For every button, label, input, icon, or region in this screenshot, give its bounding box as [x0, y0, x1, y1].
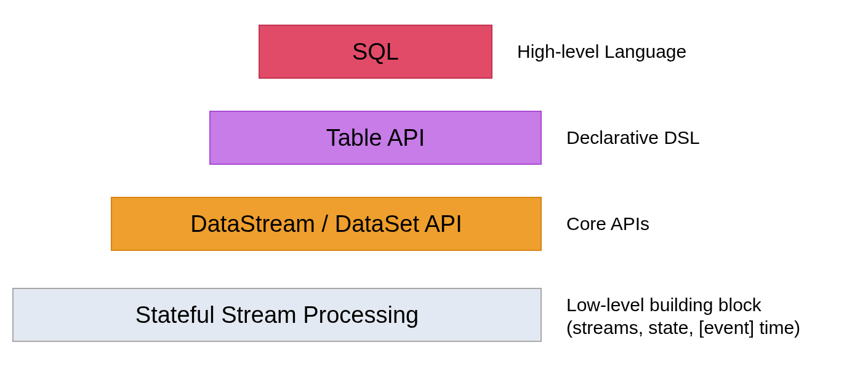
layer-datastream-description: Core APIs [566, 212, 868, 236]
layer-sql-row: SQL High-level Language [0, 25, 868, 79]
layer-stateful-description: Low-level building block (streams, state… [566, 293, 868, 339]
layer-stateful-description-line1: Low-level building block [566, 295, 762, 315]
layer-stateful-box: Stateful Stream Processing [12, 288, 542, 342]
layer-stateful-title: Stateful Stream Processing [135, 302, 419, 328]
layer-datastream-row: DataStream / DataSet API Core APIs [0, 197, 868, 251]
layer-sql-title: SQL [352, 39, 399, 65]
layer-table-row: Table API Declarative DSL [0, 111, 868, 165]
layer-table-box: Table API [209, 111, 542, 165]
layer-stateful-description-line2: (streams, state, [event] time) [566, 317, 800, 338]
layer-stateful-row: Stateful Stream Processing Low-level bui… [0, 288, 868, 342]
layer-sql-description: High-level Language [517, 40, 868, 63]
layer-datastream-title: DataStream / DataSet API [190, 211, 462, 237]
layer-table-title: Table API [326, 125, 425, 151]
api-layers-diagram: SQL High-level Language Table API Declar… [0, 0, 868, 369]
layer-datastream-box: DataStream / DataSet API [111, 197, 542, 251]
layer-sql-box: SQL [259, 25, 492, 79]
layer-table-description: Declarative DSL [566, 126, 868, 149]
